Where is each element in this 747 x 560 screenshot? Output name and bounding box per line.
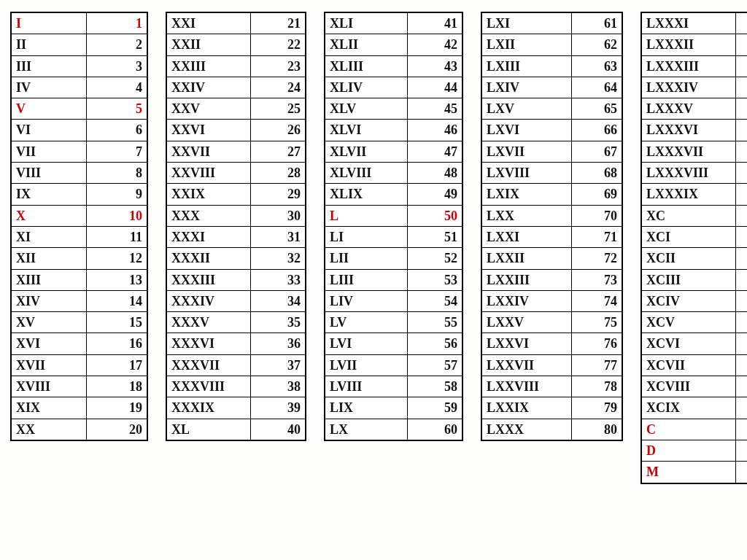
arabic-number-cell: 41 bbox=[408, 12, 463, 34]
arabic-number-cell: 11 bbox=[87, 226, 148, 247]
arabic-number-cell: 90 bbox=[736, 205, 748, 226]
roman-numeral-cell: LXXVII bbox=[481, 354, 572, 376]
roman-numeral-cell: LVII bbox=[325, 354, 408, 376]
roman-numeral-cell: XXII bbox=[166, 34, 251, 55]
arabic-number-cell: 92 bbox=[736, 248, 748, 269]
table-row: XVI16 bbox=[11, 333, 147, 354]
table-row: VII7 bbox=[11, 141, 147, 162]
roman-numeral-cell: XCVIII bbox=[641, 376, 736, 397]
roman-numeral-cell: XCI bbox=[641, 226, 736, 247]
roman-numeral-cell: LXXIII bbox=[481, 269, 572, 290]
table-row: XC90 bbox=[641, 205, 747, 226]
table-row: LVIII58 bbox=[325, 376, 462, 397]
arabic-number-cell: 37 bbox=[251, 354, 306, 376]
arabic-number-cell: 33 bbox=[251, 269, 306, 290]
arabic-number-cell: 42 bbox=[408, 34, 463, 55]
arabic-number-cell: 81 bbox=[736, 12, 748, 34]
arabic-number-cell: 19 bbox=[87, 397, 148, 419]
roman-numeral-cell: XL bbox=[166, 419, 251, 440]
table-row: LXXII72 bbox=[481, 248, 622, 269]
table-row: LXI61 bbox=[481, 12, 622, 34]
table-row: XI11 bbox=[11, 226, 147, 247]
roman-numeral-cell: LXXIV bbox=[481, 290, 572, 311]
table-row: XXXV35 bbox=[166, 312, 306, 333]
table-row: LXXXIV84 bbox=[641, 77, 747, 98]
arabic-number-cell: 1 bbox=[87, 12, 148, 34]
table-row: XCI91 bbox=[641, 226, 747, 247]
arabic-number-cell: 78 bbox=[572, 376, 623, 397]
arabic-number-cell: 38 bbox=[251, 376, 306, 397]
arabic-number-cell: 14 bbox=[87, 290, 148, 311]
arabic-number-cell: 83 bbox=[736, 55, 748, 77]
arabic-number-cell: 76 bbox=[572, 333, 623, 354]
roman-numeral-cell: XII bbox=[11, 248, 87, 269]
table-row: XV15 bbox=[11, 312, 147, 333]
table-row: LXXX80 bbox=[481, 419, 622, 440]
roman-numeral-cell: XIII bbox=[11, 269, 87, 290]
arabic-number-cell: 94 bbox=[736, 290, 748, 311]
table-row: IV4 bbox=[11, 77, 147, 98]
table-row: XL40 bbox=[166, 419, 306, 440]
table-row: XXII22 bbox=[166, 34, 306, 55]
arabic-number-cell: 52 bbox=[408, 248, 463, 269]
arabic-number-cell: 64 bbox=[572, 77, 623, 98]
roman-numeral-cell: XXXIX bbox=[166, 397, 251, 419]
arabic-number-cell: 32 bbox=[251, 248, 306, 269]
table-row: M1000 bbox=[641, 462, 747, 483]
table-row: XCIII93 bbox=[641, 269, 747, 290]
table-row: LXXVII77 bbox=[481, 354, 622, 376]
table-row: LXXIV74 bbox=[481, 290, 622, 311]
roman-table-3: XLI41XLII42XLIII43XLIV44XLV45XLVI46XLVII… bbox=[324, 12, 463, 441]
arabic-number-cell: 61 bbox=[572, 12, 623, 34]
table-row: XCVI96 bbox=[641, 333, 747, 354]
roman-numeral-cell: XXIV bbox=[166, 77, 251, 98]
roman-numeral-cell: XLI bbox=[325, 12, 408, 34]
table-row: LXXV75 bbox=[481, 312, 622, 333]
table-row: LXXIX79 bbox=[481, 397, 622, 419]
arabic-number-cell: 40 bbox=[251, 419, 306, 440]
roman-numeral-cell: LVIII bbox=[325, 376, 408, 397]
roman-numeral-cell: L bbox=[325, 205, 408, 226]
arabic-number-cell: 43 bbox=[408, 55, 463, 77]
table-row: LX60 bbox=[325, 419, 462, 440]
table-row: LXIX69 bbox=[481, 184, 622, 205]
roman-numeral-cell: XCV bbox=[641, 312, 736, 333]
table-row: LXXXIX89 bbox=[641, 184, 747, 205]
roman-numeral-cell: I bbox=[11, 12, 87, 34]
table-row: LI51 bbox=[325, 226, 462, 247]
arabic-number-cell: 95 bbox=[736, 312, 748, 333]
roman-table-2: XXI21XXII22XXIII23XXIV24XXV25XXVI26XXVII… bbox=[166, 12, 306, 441]
arabic-number-cell: 22 bbox=[251, 34, 306, 55]
arabic-number-cell: 2 bbox=[87, 34, 148, 55]
table-row: LXXXVIII88 bbox=[641, 163, 747, 184]
table-row: LXIV64 bbox=[481, 77, 622, 98]
roman-numeral-cell: LXX bbox=[481, 205, 572, 226]
table-row: LXXXI81 bbox=[641, 12, 747, 34]
table-row: D500 bbox=[641, 440, 747, 461]
roman-numeral-cell: LXXXIV bbox=[641, 77, 736, 98]
table-row: XVIII18 bbox=[11, 376, 147, 397]
arabic-number-cell: 91 bbox=[736, 226, 748, 247]
arabic-number-cell: 57 bbox=[408, 354, 463, 376]
arabic-number-cell: 3 bbox=[87, 55, 148, 77]
arabic-number-cell: 82 bbox=[736, 34, 748, 55]
roman-numeral-cell: LXI bbox=[481, 12, 572, 34]
table-row: XII12 bbox=[11, 248, 147, 269]
table-row: XXIII23 bbox=[166, 55, 306, 77]
table-row: LVII57 bbox=[325, 354, 462, 376]
arabic-number-cell: 31 bbox=[251, 226, 306, 247]
arabic-number-cell: 46 bbox=[408, 120, 463, 141]
roman-numeral-cell: VII bbox=[11, 141, 87, 162]
table-row: XCVIII98 bbox=[641, 376, 747, 397]
table-row: XLIX49 bbox=[325, 184, 462, 205]
table-row: XXI21 bbox=[166, 12, 306, 34]
roman-numeral-cell: XVII bbox=[11, 354, 87, 376]
table-row: LVI56 bbox=[325, 333, 462, 354]
roman-table-4: LXI61LXII62LXIII63LXIV64LXV65LXVI66LXVII… bbox=[481, 12, 623, 441]
table-row: XXVII27 bbox=[166, 141, 306, 162]
arabic-number-cell: 20 bbox=[87, 419, 148, 440]
arabic-number-cell: 86 bbox=[736, 120, 748, 141]
table-row: LXII62 bbox=[481, 34, 622, 55]
arabic-number-cell: 79 bbox=[572, 397, 623, 419]
roman-numeral-cell: LIX bbox=[325, 397, 408, 419]
